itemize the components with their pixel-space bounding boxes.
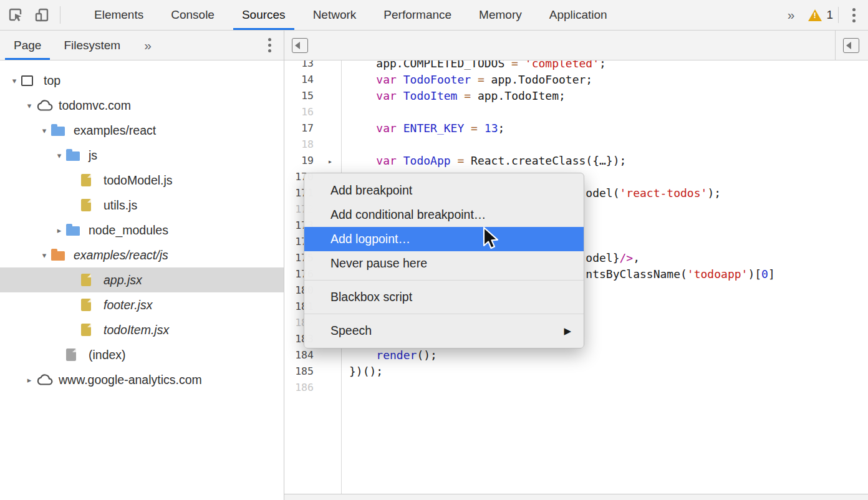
tab-memory[interactable]: Memory	[465, 0, 536, 30]
main-toolbar: ElementsConsoleSourcesNetworkPerformance…	[0, 0, 868, 31]
code-line[interactable]: 185})();	[284, 363, 868, 380]
tree-item-examples-react-js[interactable]: ▾examples/react/js	[0, 243, 284, 267]
tab-application[interactable]: Application	[536, 0, 621, 30]
more-panels-chevron[interactable]: »	[774, 7, 809, 22]
folder-glyph	[66, 151, 80, 161]
tree-item-todoitem-jsx[interactable]: todoItem.jsx	[0, 317, 284, 342]
toggle-navigator-icon[interactable]	[292, 38, 308, 53]
tab-network[interactable]: Network	[299, 0, 370, 30]
menu-item-add-breakpoint[interactable]: Add breakpoint	[304, 178, 584, 203]
file-gray-icon	[66, 349, 85, 361]
menu-item-add-logpoint[interactable]: Add logpoint…	[304, 227, 584, 251]
code-line[interactable]: 18	[284, 137, 868, 153]
tree-item-footer-jsx[interactable]: footer.jsx	[0, 292, 284, 317]
menu-item-blackbox-script[interactable]: Blackbox script	[304, 285, 584, 309]
file-glyph	[81, 324, 91, 336]
tab-sources[interactable]: Sources	[228, 0, 299, 30]
line-number[interactable]: 186	[284, 380, 341, 396]
navigator-pane: PageFilesystem » ▾top▾todomvc.com▾exampl…	[0, 31, 284, 500]
cloud-icon	[36, 100, 55, 112]
line-number[interactable]: 17	[284, 120, 341, 137]
code-line[interactable]: 14 var TodoFooter = app.TodoFooter;	[284, 72, 868, 88]
tree-item-label: examples/react/js	[74, 248, 168, 262]
toggle-debugger-sidebar-icon[interactable]	[843, 38, 859, 53]
chevron-down-icon[interactable]: ▾	[52, 151, 66, 160]
editor-tab-bar	[284, 31, 868, 60]
code-text: render();	[341, 347, 437, 363]
line-number[interactable]: 18	[284, 137, 341, 153]
toolbar-separator	[838, 7, 839, 23]
chevron-down-icon[interactable]: ▾	[37, 251, 51, 260]
tree-item-js[interactable]: ▾js	[0, 143, 284, 168]
file-glyph	[81, 174, 91, 186]
folder-glyph	[66, 226, 80, 236]
chevron-down-icon[interactable]: ▾	[22, 101, 36, 110]
navigator-tabs: PageFilesystem	[0, 31, 129, 60]
code-text	[341, 104, 349, 120]
file-glyph	[81, 274, 91, 286]
code-line[interactable]: 16	[284, 104, 868, 120]
file-yellow-icon	[81, 174, 100, 186]
warning-badge[interactable]: 1	[808, 8, 833, 22]
code-line[interactable]: 13 app.COMPLETED_TODOS = 'completed';	[284, 60, 868, 72]
chevron-down-icon[interactable]: ▾	[7, 76, 21, 85]
code-text: var TodoItem = app.TodoItem;	[341, 88, 566, 104]
line-number[interactable]: 185	[284, 363, 341, 380]
navigator-more-chevron[interactable]: »	[135, 38, 160, 53]
frame-icon	[21, 75, 40, 86]
navigator-menu-icon[interactable]	[259, 33, 280, 57]
folder-blue-icon	[51, 125, 70, 136]
devtools-menu-icon[interactable]	[844, 3, 864, 27]
tree-item-node-modules[interactable]: ▸node_modules	[0, 218, 284, 243]
file-glyph	[66, 349, 76, 361]
tree-item-www-google-analytics-com[interactable]: ▸www.google-analytics.com	[0, 367, 284, 392]
navigator-header: PageFilesystem »	[0, 31, 284, 60]
tree-item-label: node_modules	[89, 223, 168, 238]
code-text	[341, 137, 349, 153]
navigator-tab-filesystem[interactable]: Filesystem	[55, 31, 129, 60]
menu-item-speech[interactable]: Speech▶	[304, 319, 584, 343]
tab-console[interactable]: Console	[157, 0, 228, 30]
line-number[interactable]: 13	[284, 60, 341, 72]
chevron-down-icon[interactable]: ▾	[37, 126, 51, 135]
navigator-tab-page[interactable]: Page	[5, 31, 50, 60]
line-number[interactable]: 19▸	[284, 153, 341, 169]
tree-item-label: footer.jsx	[104, 298, 152, 312]
code-line[interactable]: 186	[284, 380, 868, 396]
folder-blue-icon	[66, 150, 85, 161]
tree-item-todomodel-js[interactable]: todoModel.js	[0, 168, 284, 193]
tree-item-label: todomvc.com	[59, 99, 131, 113]
line-number[interactable]: 15	[284, 88, 341, 104]
code-text: var TodoFooter = app.TodoFooter;	[341, 72, 592, 88]
menu-item-add-conditional-breakpoint[interactable]: Add conditional breakpoint…	[304, 203, 584, 227]
tab-elements[interactable]: Elements	[80, 0, 157, 30]
chevron-right-icon[interactable]: ▸	[52, 226, 66, 235]
tab-performance[interactable]: Performance	[370, 0, 465, 30]
toolbar-separator	[60, 6, 60, 24]
line-number[interactable]: 16	[284, 104, 341, 120]
tree-item-label: app.jsx	[104, 273, 142, 287]
tree-item-examples-react[interactable]: ▾examples/react	[0, 118, 284, 143]
tree-item-app-jsx[interactable]: app.jsx	[0, 267, 284, 292]
device-toolbar-icon[interactable]	[31, 4, 52, 26]
folder-glyph	[51, 127, 65, 136]
context-menu: Add breakpointAdd conditional breakpoint…	[304, 173, 584, 349]
code-line[interactable]: 19▸ var TodoApp = React.createClass({…})…	[284, 153, 868, 169]
tree-item-top[interactable]: ▾top	[0, 68, 284, 93]
chevron-right-icon[interactable]: ▸	[22, 375, 36, 385]
code-line[interactable]: 184 render();	[284, 347, 868, 363]
line-number[interactable]: 184	[284, 347, 341, 363]
code-text	[341, 380, 349, 396]
code-line[interactable]: 17 var ENTER_KEY = 13;	[284, 120, 868, 137]
warning-count: 1	[826, 8, 833, 22]
tree-item-todomvc-com[interactable]: ▾todomvc.com	[0, 93, 284, 118]
folder-blue-icon	[66, 224, 85, 236]
menu-item-never-pause-here[interactable]: Never pause here	[304, 251, 584, 276]
inspect-element-icon[interactable]	[5, 4, 26, 26]
code-fold-icon[interactable]: ▸	[328, 153, 332, 170]
folder-orange-icon	[51, 249, 70, 261]
line-number[interactable]: 14	[284, 72, 341, 88]
tree-item-utils-js[interactable]: utils.js	[0, 193, 284, 218]
tree-item--index-[interactable]: (index)	[0, 342, 284, 367]
code-line[interactable]: 15 var TodoItem = app.TodoItem;	[284, 88, 868, 104]
